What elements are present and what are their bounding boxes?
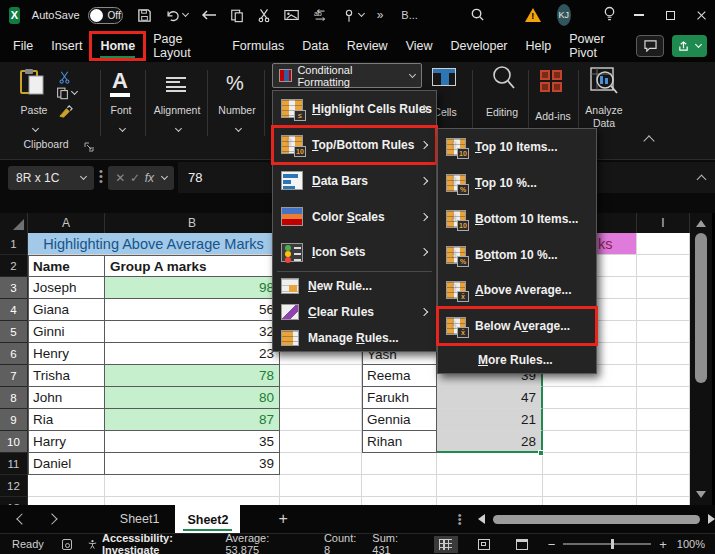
zoom-in-icon[interactable]: +: [659, 537, 667, 552]
excel-logo-icon[interactable]: X: [9, 7, 20, 24]
picture-button[interactable]: [284, 8, 300, 22]
cell[interactable]: [637, 277, 690, 299]
cell-name[interactable]: Ginni: [28, 321, 105, 343]
cell[interactable]: [637, 387, 690, 409]
tab-help[interactable]: Help: [517, 33, 561, 59]
tab-developer[interactable]: Developer: [442, 33, 517, 59]
cell[interactable]: [543, 431, 637, 453]
zoom-level[interactable]: 100%: [677, 538, 705, 550]
sheet-nav-left-icon[interactable]: [16, 513, 27, 524]
sheet-tab-sheet1[interactable]: Sheet1: [108, 507, 172, 531]
cell[interactable]: [280, 475, 362, 497]
cell-mark[interactable]: 80: [105, 387, 280, 409]
column-header-i[interactable]: I: [637, 213, 690, 233]
row-header-9[interactable]: 9: [0, 409, 28, 431]
menu-item-clear-rules[interactable]: Clear Rules: [273, 299, 436, 325]
tab-view[interactable]: View: [397, 33, 442, 59]
row-header-11[interactable]: 11: [0, 453, 28, 475]
menu-item-highlight-cells-rules[interactable]: ≤ Highlight Cells Rules: [273, 91, 436, 127]
back-arrow-button[interactable]: [201, 9, 217, 21]
cancel-entry-icon[interactable]: ✕: [115, 171, 125, 185]
confirm-entry-icon[interactable]: ✓: [130, 171, 140, 185]
scroll-up-icon[interactable]: [696, 220, 706, 227]
tab-formulas[interactable]: Formulas: [223, 33, 293, 59]
tab-power-pivot[interactable]: Power Pivot: [560, 26, 636, 66]
cell[interactable]: [637, 255, 690, 277]
status-count[interactable]: Count: 8: [324, 532, 356, 554]
cell-name2[interactable]: Reema: [362, 365, 437, 387]
alignment-button[interactable]: [166, 74, 186, 95]
cell[interactable]: [543, 497, 637, 505]
cell-name[interactable]: Ria: [28, 409, 105, 431]
cell[interactable]: [437, 453, 543, 475]
sheetbar-grip-icon[interactable]: •••: [458, 513, 462, 525]
cell-name2[interactable]: Gennia: [362, 409, 437, 431]
expand-formula-bar-icon[interactable]: [697, 175, 707, 185]
vertical-scroll-thumb[interactable]: [695, 233, 707, 383]
cell[interactable]: [280, 431, 362, 453]
cell-name2[interactable]: Rihan: [362, 431, 437, 453]
cell-mark[interactable]: 87: [105, 409, 280, 431]
tab-page-layout[interactable]: Page Layout: [144, 26, 223, 66]
cell[interactable]: [543, 453, 637, 475]
cell-name[interactable]: Daniel: [28, 453, 105, 475]
cut-button[interactable]: [257, 8, 271, 23]
undo-dropdown-icon[interactable]: [182, 10, 189, 17]
sheet-tab-sheet2[interactable]: Sheet2: [175, 505, 240, 533]
cell[interactable]: [280, 387, 362, 409]
cell-mark[interactable]: 23: [105, 343, 280, 365]
paste-button[interactable]: [18, 68, 46, 102]
cell[interactable]: [637, 233, 690, 255]
cell-mark[interactable]: 32: [105, 321, 280, 343]
cell-name[interactable]: Trisha: [28, 365, 105, 387]
hscroll-right-icon[interactable]: [708, 514, 715, 524]
menu-item-new-rule[interactable]: New Rule...: [273, 273, 436, 299]
cells-icon[interactable]: [432, 68, 456, 86]
cell[interactable]: [637, 453, 690, 475]
accessibility-status[interactable]: Accessibility: Investigate: [88, 532, 199, 554]
menu-item-icon-sets[interactable]: Icon Sets: [273, 234, 436, 270]
close-button[interactable]: [692, 0, 711, 30]
submenu-item-bottom-10-items[interactable]: ↓10 Bottom 10 Items...: [438, 201, 596, 237]
more-commands-icon[interactable]: »: [377, 8, 384, 22]
tab-data[interactable]: Data: [293, 33, 337, 59]
cell[interactable]: [543, 409, 637, 431]
row-header-6[interactable]: 6: [0, 343, 28, 365]
name-box-dropdown-icon[interactable]: [80, 173, 87, 180]
row-header-13[interactable]: 13: [0, 497, 28, 505]
analyze-data-icon[interactable]: [589, 66, 619, 100]
cell-name2[interactable]: Farukh: [362, 387, 437, 409]
page-layout-view-button[interactable]: [472, 536, 496, 553]
comments-button[interactable]: [636, 35, 664, 57]
menu-item-top-bottom-rules[interactable]: ↑10 Top/Bottom Rules: [273, 127, 436, 163]
column-header-b[interactable]: B: [105, 213, 280, 233]
cell[interactable]: [280, 497, 362, 505]
cell[interactable]: [637, 497, 690, 505]
cell-name[interactable]: John: [28, 387, 105, 409]
search-icon[interactable]: [470, 7, 485, 24]
cell[interactable]: [280, 365, 362, 387]
fill-handle[interactable]: [538, 450, 544, 456]
row-header-2[interactable]: 2: [0, 255, 28, 277]
autosave-toggle[interactable]: Off: [88, 7, 123, 24]
font-dropdown-icon[interactable]: [119, 125, 126, 132]
cell[interactable]: [637, 365, 690, 387]
conditional-formatting-button[interactable]: Conditional Formatting: [272, 63, 422, 88]
row-header-7[interactable]: 7: [0, 365, 28, 387]
share-button[interactable]: [672, 35, 707, 57]
number-format-button[interactable]: %: [226, 72, 244, 95]
macro-record-icon[interactable]: [62, 539, 72, 550]
cell-name[interactable]: Joseph: [28, 277, 105, 299]
cell[interactable]: [637, 409, 690, 431]
clipboard-dialog-launcher-icon[interactable]: [84, 138, 94, 156]
draw-touch-button[interactable]: [342, 8, 364, 23]
page-break-preview-button[interactable]: [510, 536, 534, 553]
row-header-4[interactable]: 4: [0, 299, 28, 321]
row-header-12[interactable]: 12: [0, 475, 28, 497]
cell[interactable]: [637, 475, 690, 497]
row-header-1[interactable]: 1: [0, 233, 28, 255]
cell[interactable]: [543, 387, 637, 409]
row-header-3[interactable]: 3: [0, 277, 28, 299]
select-all-corner[interactable]: [0, 213, 28, 233]
submenu-item-below-average[interactable]: ↓x̄ Below Average...: [438, 308, 596, 344]
